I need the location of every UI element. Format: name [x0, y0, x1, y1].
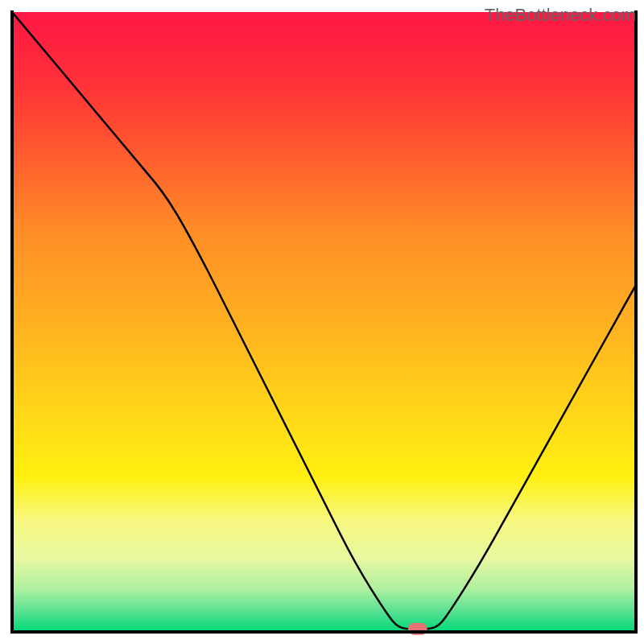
chart-container: TheBottleneck.com [0, 0, 644, 644]
gradient-background [12, 12, 636, 632]
plot-area [12, 12, 636, 635]
watermark-text: TheBottleneck.com [485, 5, 636, 26]
chart-svg [0, 0, 644, 644]
